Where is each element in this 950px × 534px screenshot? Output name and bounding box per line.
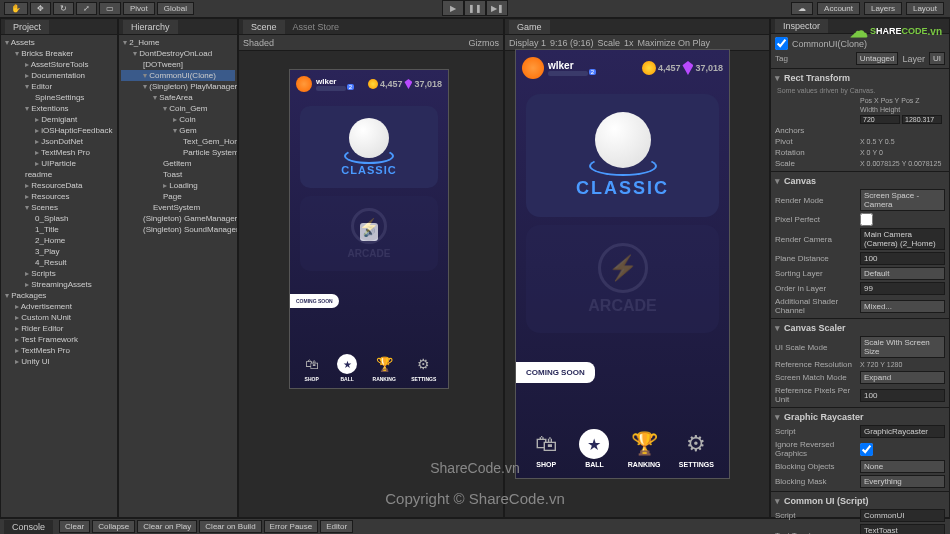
scene-tab[interactable]: Scene — [243, 20, 285, 34]
width-field[interactable] — [860, 115, 900, 124]
plane-distance-field[interactable]: 100 — [860, 252, 945, 265]
tree-item[interactable]: Documentation — [3, 70, 115, 81]
pixel-perfect-checkbox[interactable] — [860, 213, 873, 226]
hierarchy-tab[interactable]: Hierarchy — [123, 20, 178, 34]
settings-button[interactable]: ⚙SETTINGS — [679, 429, 714, 468]
tree-item[interactable]: Particle System (4) — [121, 147, 235, 158]
shader-channel-dropdown[interactable]: Mixed... — [860, 300, 945, 313]
ball-button[interactable]: BALL — [579, 429, 609, 468]
shop-button[interactable]: 🛍SHOP — [302, 354, 322, 382]
settings-button[interactable]: ⚙SETTINGS — [411, 354, 436, 382]
layers-dropdown[interactable]: Layers — [864, 2, 902, 15]
move-tool-icon[interactable]: ✥ — [30, 2, 51, 15]
tree-item[interactable]: JsonDotNet — [3, 136, 115, 147]
tree-item[interactable]: AssetStoreTools — [3, 59, 115, 70]
asset-store-tab[interactable]: Asset Store — [285, 20, 348, 34]
play-button[interactable]: ▶ — [442, 0, 464, 16]
pause-button[interactable]: ❚❚ — [464, 0, 486, 16]
tree-item[interactable]: Gem — [121, 125, 235, 136]
tree-item[interactable]: TextMesh Pro — [3, 345, 115, 356]
gizmos-dropdown[interactable]: Gizmos — [468, 38, 499, 48]
tree-item[interactable]: EventSystem — [121, 202, 235, 213]
scale-mode-dropdown[interactable]: Scale With Screen Size — [860, 336, 945, 358]
order-in-layer-field[interactable]: 99 — [860, 282, 945, 295]
clear-on-play-button[interactable]: Clear on Play — [137, 520, 197, 533]
collapse-button[interactable]: Collapse — [92, 520, 135, 533]
assets-folder[interactable]: Assets — [3, 37, 115, 48]
rotate-tool-icon[interactable]: ↻ — [53, 2, 74, 15]
tree-item[interactable]: CommonUI(Clone) — [121, 70, 235, 81]
clear-on-build-button[interactable]: Clear on Build — [199, 520, 261, 533]
tag-dropdown[interactable]: Untagged — [856, 52, 899, 65]
pivot-toggle[interactable]: Pivot — [123, 2, 155, 15]
ref-ppu-field[interactable]: 100 — [860, 389, 945, 402]
render-camera-field[interactable]: Main Camera (Camera) (2_Home) — [860, 228, 945, 250]
rect-tool-icon[interactable]: ▭ — [99, 2, 121, 15]
packages-folder[interactable]: Packages — [3, 290, 115, 301]
tree-item[interactable]: Scripts — [3, 268, 115, 279]
layout-dropdown[interactable]: Layout — [906, 2, 944, 15]
scene-game-preview[interactable]: wlker 4,457 37,018 CLASSIC 🔊 ⚡ ARCADE C — [289, 69, 449, 389]
tree-item[interactable]: 3_Play — [3, 246, 115, 257]
tree-item[interactable]: SafeArea — [121, 92, 235, 103]
tree-item[interactable]: 2_Home — [3, 235, 115, 246]
tree-item[interactable]: Bricks Breaker — [3, 48, 115, 59]
inspector-tab[interactable]: Inspector — [775, 19, 828, 33]
step-button[interactable]: ▶❚ — [486, 0, 508, 16]
scale-tool-icon[interactable]: ⤢ — [76, 2, 97, 15]
ball-button[interactable]: BALL — [337, 354, 357, 382]
tree-item[interactable]: Rider Editor — [3, 323, 115, 334]
tree-item[interactable]: Scenes — [3, 202, 115, 213]
ranking-button[interactable]: 🏆RANKING — [373, 354, 396, 382]
tree-item[interactable]: Custom NUnit — [3, 312, 115, 323]
tree-item[interactable]: StreamingAssets — [3, 279, 115, 290]
blocking-mask-dropdown[interactable]: Everything — [860, 475, 945, 488]
active-checkbox[interactable] — [775, 37, 788, 50]
shop-button[interactable]: 🛍SHOP — [531, 429, 561, 468]
tree-item[interactable]: DontDestroyOnLoad — [121, 48, 235, 59]
maximize-toggle[interactable]: Maximize On Play — [638, 38, 711, 48]
project-tab[interactable]: Project — [5, 20, 49, 34]
sorting-layer-dropdown[interactable]: Default — [860, 267, 945, 280]
tree-item[interactable]: Coin_Gem — [121, 103, 235, 114]
tree-item[interactable]: Editor — [3, 81, 115, 92]
layer-dropdown[interactable]: UI — [929, 52, 945, 65]
height-field[interactable] — [902, 115, 942, 124]
text-toast-field[interactable]: TextToast (TextMeshProUGUI) — [860, 524, 945, 534]
tree-item[interactable]: UIParticle — [3, 158, 115, 169]
tree-item[interactable]: Coin — [121, 114, 235, 125]
tree-item[interactable]: ResourceData — [3, 180, 115, 191]
render-mode-dropdown[interactable]: Screen Space - Camera — [860, 189, 945, 211]
rect-transform-header[interactable]: Rect Transform — [775, 71, 945, 85]
tree-item[interactable]: (Singleton) PlayManager — [121, 81, 235, 92]
match-mode-dropdown[interactable]: Expand — [860, 371, 945, 384]
error-pause-button[interactable]: Error Pause — [264, 520, 319, 533]
tree-item[interactable]: 0_Splash — [3, 213, 115, 224]
tree-item[interactable]: iOSHapticFeedback — [3, 125, 115, 136]
hand-tool-icon[interactable]: ✋ — [4, 2, 28, 15]
graphic-raycaster-header[interactable]: Graphic Raycaster — [775, 410, 945, 424]
console-tab[interactable]: Console — [4, 520, 53, 534]
tree-item[interactable]: Loading — [121, 180, 235, 191]
tree-item[interactable]: Page — [121, 191, 235, 202]
ignore-reversed-checkbox[interactable] — [860, 443, 873, 456]
tree-item[interactable]: GetItem — [121, 158, 235, 169]
cloud-icon[interactable]: ☁ — [791, 2, 813, 15]
canvas-scaler-header[interactable]: Canvas Scaler — [775, 321, 945, 335]
ranking-button[interactable]: 🏆RANKING — [628, 429, 661, 468]
editor-dropdown[interactable]: Editor — [320, 520, 353, 533]
shaded-dropdown[interactable]: Shaded — [243, 38, 274, 48]
tree-item[interactable]: [DOTween] — [121, 59, 235, 70]
tree-item[interactable]: SpineSettings — [3, 92, 115, 103]
scene-root[interactable]: 2_Home — [121, 37, 235, 48]
tree-item[interactable]: TextMesh Pro — [3, 147, 115, 158]
tree-item[interactable]: 1_Title — [3, 224, 115, 235]
tree-item[interactable]: Advertisement — [3, 301, 115, 312]
tree-item[interactable]: Test Framework — [3, 334, 115, 345]
game-tab[interactable]: Game — [509, 20, 550, 34]
global-toggle[interactable]: Global — [157, 2, 194, 15]
common-ui-header[interactable]: Common UI (Script) — [775, 494, 945, 508]
scale-slider[interactable]: 1x — [624, 38, 634, 48]
aspect-dropdown[interactable]: 9:16 (9:16) — [550, 38, 594, 48]
blocking-objects-dropdown[interactable]: None — [860, 460, 945, 473]
